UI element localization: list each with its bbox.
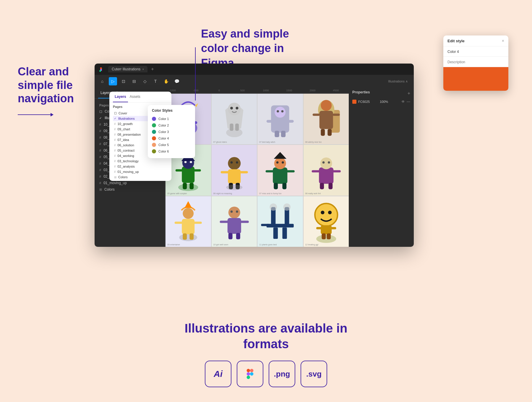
modal-color-swatch[interactable] xyxy=(443,67,508,91)
svg-point-98 xyxy=(321,210,324,214)
svg-point-64 xyxy=(320,158,332,169)
bottom-heading: Illustrations are available in formats xyxy=(177,321,355,352)
fill-hex-value: FC6025 xyxy=(358,100,378,103)
cell-label-5: 05 game with scepter xyxy=(167,192,187,194)
layers-panel-tab-layers[interactable]: Layers xyxy=(113,92,128,102)
svg-rect-73 xyxy=(182,219,194,234)
hash-icon: # xyxy=(114,144,116,147)
svg-rect-24 xyxy=(281,131,286,137)
svg-point-43 xyxy=(190,161,192,163)
color-style-2[interactable]: Color 2 xyxy=(152,122,191,129)
svg-point-51 xyxy=(230,161,233,164)
add-property-button[interactable]: + xyxy=(408,91,410,96)
bottom-section: Illustrations are available in formats A… xyxy=(177,321,355,387)
hash-icon: # xyxy=(99,181,101,185)
hash-icon: # xyxy=(99,149,101,152)
color-styles-panel: Color Styles Color 1 Color 2 Color 3 Col… xyxy=(148,105,195,158)
hand-tool[interactable]: ✋ xyxy=(162,77,170,85)
layers-frame-02-analysis[interactable]: # 02_analysis xyxy=(113,164,168,169)
svg-rect-34 xyxy=(327,129,332,136)
ruler-label: 1500 xyxy=(278,89,301,92)
layers-frame-03-technology[interactable]: # 03_technology xyxy=(113,158,168,164)
tab-close-icon[interactable]: × xyxy=(142,68,144,71)
svg-point-26 xyxy=(281,110,284,113)
modal-description-input[interactable] xyxy=(443,57,508,67)
layers-page-colors[interactable]: ⊞ Colors xyxy=(113,174,168,180)
shape-tool[interactable]: ⊟ xyxy=(130,77,138,85)
svg-rect-94 xyxy=(261,224,269,226)
frame-tool[interactable]: ⊡ xyxy=(119,77,128,85)
color-dot-3 xyxy=(152,130,156,134)
svg-rect-108 xyxy=(247,376,250,379)
svg-rect-100 xyxy=(321,225,332,234)
canvas-cell-2: 07 ghost riders xyxy=(212,94,257,144)
format-ai-label: Ai xyxy=(214,369,223,379)
color-description-input[interactable] xyxy=(447,60,504,64)
color-style-4[interactable]: Color 4 xyxy=(152,135,191,142)
color-name-1: Color 1 xyxy=(158,117,169,121)
home-tool[interactable]: ⌂ xyxy=(98,77,106,85)
cell-label-2: 07 ghost riders xyxy=(213,141,227,143)
layers-frame-01-moving-up[interactable]: # 01_moving_up xyxy=(113,169,168,174)
hash-icon: # xyxy=(114,128,116,131)
svg-rect-102 xyxy=(331,227,336,229)
select-tool[interactable]: ▷ xyxy=(109,77,117,85)
formats-row: Ai .png .svg xyxy=(177,361,355,387)
svg-point-19 xyxy=(275,107,286,118)
grid-icon: ⊞ xyxy=(114,176,116,179)
arrow-line xyxy=(18,114,53,115)
svg-point-15 xyxy=(236,107,238,109)
color-style-1[interactable]: Color 1 xyxy=(152,116,191,122)
text-tool[interactable]: T xyxy=(151,77,160,85)
color-style-6[interactable]: Color 6 xyxy=(152,148,191,155)
svg-point-42 xyxy=(184,161,187,163)
svg-rect-104 xyxy=(327,233,331,239)
svg-point-95 xyxy=(316,235,336,243)
color-style-5[interactable]: Color 5 xyxy=(152,142,191,148)
hash-icon: # xyxy=(99,142,101,146)
svg-point-99 xyxy=(328,210,331,214)
color-name-input[interactable] xyxy=(447,50,504,54)
color-styles-title: Color Styles xyxy=(152,108,191,113)
modal-name-input[interactable] xyxy=(443,46,508,57)
svg-rect-16 xyxy=(230,124,233,131)
eye-icon[interactable]: 👁 xyxy=(401,100,405,104)
canvas-cell-10: 10 got well soon xyxy=(212,196,257,247)
canvas-cell-9: 09 entertainer xyxy=(166,196,211,247)
svg-point-53 xyxy=(226,185,242,190)
minus-icon[interactable]: — xyxy=(407,100,410,104)
hash-icon: # xyxy=(114,133,116,136)
fill-color-swatch[interactable] xyxy=(352,100,356,104)
page-colors[interactable]: ⊞ Colors xyxy=(95,186,160,193)
cell-label-9: 09 entertainer xyxy=(167,244,180,246)
svg-rect-39 xyxy=(194,169,201,172)
layers-panel-tab-assets[interactable]: Assets xyxy=(128,92,142,102)
figma-right-panel: Properties + FC6025 100% 👁 — xyxy=(349,88,414,247)
pen-tool[interactable]: ◇ xyxy=(141,77,149,85)
color-style-3[interactable]: Color 3 xyxy=(152,129,191,135)
color-name-2: Color 2 xyxy=(158,124,169,127)
color-dot-5 xyxy=(152,143,156,147)
ruler-label: -500 xyxy=(184,89,207,92)
svg-rect-103 xyxy=(322,233,326,239)
figma-tab[interactable]: Cuterr Illustrations × xyxy=(108,66,147,72)
svg-rect-54 xyxy=(273,168,287,184)
modal-close-button[interactable]: × xyxy=(502,38,504,43)
figma-titlebar: Cuterr Illustrations × + xyxy=(95,64,414,75)
svg-point-45 xyxy=(228,157,241,170)
svg-rect-32 xyxy=(332,114,340,116)
svg-rect-101 xyxy=(316,227,321,229)
check-mark-icon: ✓ xyxy=(114,117,116,120)
new-tab-button[interactable]: + xyxy=(151,67,154,72)
comment-tool[interactable]: 💬 xyxy=(173,77,181,85)
svg-point-14 xyxy=(230,107,233,109)
left-heading: Clear and simple file navigation xyxy=(18,65,77,106)
svg-rect-91 xyxy=(282,227,287,239)
fill-property-row: FC6025 100% 👁 — xyxy=(352,100,410,104)
modal-title: Edit style xyxy=(447,39,465,43)
cell-label-12: 12 treating gg! xyxy=(305,244,319,246)
color-dot-1 xyxy=(152,117,156,121)
page-label: Illustrations ∧ xyxy=(388,80,408,83)
hash-icon: # xyxy=(114,165,116,168)
page-icon: ◻ xyxy=(114,111,117,115)
